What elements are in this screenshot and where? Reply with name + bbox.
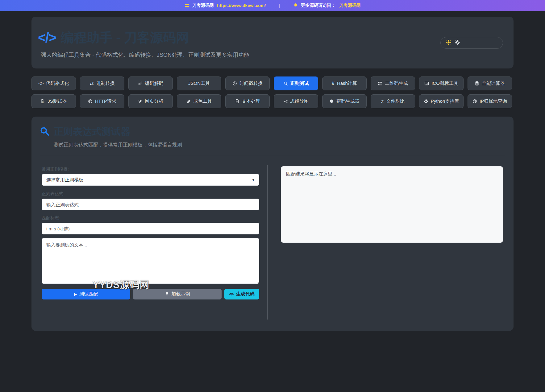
code-icon: </>: [39, 81, 44, 86]
tab-file-compare[interactable]: ≠ 文件对比: [371, 94, 415, 108]
bell-icon: [293, 3, 298, 8]
flags-input[interactable]: [42, 223, 259, 234]
tab-code-format[interactable]: </> 代码格式化: [31, 76, 76, 90]
globe-icon: [472, 99, 477, 104]
calculator-icon: [475, 81, 479, 86]
tab-label: 思维导图: [290, 98, 309, 104]
tab-regex-test[interactable]: 正则测试: [274, 76, 318, 90]
swap-arrows-icon: ⇄: [89, 80, 94, 86]
column-divider: [267, 165, 268, 320]
gear-icon[interactable]: [455, 39, 460, 46]
tab-password-generator[interactable]: 密码生成器: [322, 94, 367, 108]
tab-label: 时间戳转换: [239, 80, 263, 86]
result-placeholder-text: 匹配结果将显示在这里...: [286, 171, 336, 176]
tab-label: 网页分析: [145, 98, 164, 104]
topbar-separator: |: [279, 3, 280, 8]
tab-timestamp-convert[interactable]: 时间戳转换: [225, 76, 270, 90]
tab-base-convert[interactable]: ⇄ 进制转换: [80, 76, 124, 90]
site-name: 刀客源码网: [192, 3, 214, 8]
tab-label: IP归属地查询: [480, 98, 507, 104]
tab-js-tester[interactable]: JS JS测试器: [31, 94, 76, 108]
tab-label: 取色工具: [193, 98, 212, 104]
clock-icon: [232, 81, 237, 86]
code-icon: </>: [229, 292, 233, 296]
bulb-icon: [165, 291, 169, 297]
flags-label: 匹配标志:: [42, 215, 60, 221]
test-match-button[interactable]: ▶ 测试匹配: [42, 289, 130, 299]
tab-hash-calc[interactable]: # Hash计算: [322, 76, 367, 90]
tab-label: Python支持库: [431, 98, 459, 104]
play-icon: ▶: [74, 292, 77, 296]
tab-label: JSON工具: [188, 80, 210, 86]
sun-icon[interactable]: [446, 39, 451, 47]
tab-ico-icon-tools[interactable]: ICO图标工具: [419, 76, 464, 90]
tab-label: 正则测试: [290, 80, 309, 86]
site-url-link[interactable]: https://www.dkewl.com/: [217, 3, 266, 8]
load-example-label: 加载示例: [172, 291, 190, 297]
code-icon: </>: [38, 30, 56, 45]
page-subtitle: 强大的编程工具集合 - 代码格式化、编码转换、JSON处理、正则测试及更多实用功…: [41, 51, 249, 59]
card-icon: [184, 3, 190, 8]
tab-mindmap[interactable]: 思维导图: [274, 94, 318, 108]
tab-ip-lookup[interactable]: IP归属地查询: [468, 94, 512, 108]
template-select-value: 选择常用正则模板: [46, 177, 83, 183]
tab-label: 二维码生成: [385, 80, 408, 86]
test-text-input[interactable]: [42, 238, 259, 284]
generate-code-button[interactable]: </> 生成代码: [224, 289, 259, 299]
js-file-icon: JS: [40, 99, 45, 104]
tab-label: 全能计算器: [482, 80, 505, 86]
tab-label: 文件对比: [386, 98, 405, 104]
tab-webpage-analysis[interactable]: 网页分析: [128, 94, 173, 108]
tab-label: 编码解码: [145, 80, 164, 86]
page-title: 编程助手 - 刀客源码网: [61, 29, 189, 46]
qrcode-icon: [378, 81, 382, 86]
not-equal-icon: ≠: [381, 99, 384, 104]
notice-label: 更多源码请访问：: [301, 3, 335, 8]
tab-label: 密码生成器: [336, 98, 360, 104]
regex-tester-card: 正则表达式测试器 测试正则表达式匹配，提供常用正则模板，包括易语言规则 常用正则…: [31, 117, 514, 331]
load-example-button[interactable]: 加载示例: [133, 289, 222, 299]
tab-text-processing[interactable]: 文本处理: [225, 94, 270, 108]
search-icon: [40, 126, 50, 138]
document-icon: [235, 99, 239, 104]
tab-json-tools[interactable]: JSON工具: [177, 76, 221, 90]
tab-python-library[interactable]: Python支持库: [419, 94, 464, 108]
section-subtitle: 测试正则表达式匹配，提供常用正则模板，包括易语言规则: [54, 142, 182, 148]
shield-icon: [329, 99, 334, 104]
globe-icon: [88, 99, 93, 104]
header-card: </> 编程助手 - 刀客源码网 强大的编程工具集合 - 代码格式化、编码转换、…: [31, 17, 514, 68]
hash-icon: #: [332, 81, 335, 86]
page: 刀客源码网 https://www.dkewl.com/ | 更多源码请访问： …: [0, 0, 545, 392]
tab-calculator[interactable]: 全能计算器: [468, 76, 512, 90]
action-buttons: ▶ 测试匹配 加载示例 </> 生成代码: [42, 289, 259, 299]
tab-label: 进制转换: [96, 80, 115, 86]
pattern-input[interactable]: [42, 199, 259, 210]
search-icon: [283, 81, 288, 86]
tab-encode-decode[interactable]: 编码解码: [128, 76, 173, 90]
notice-link[interactable]: 刀客源码网: [339, 3, 361, 8]
python-icon: [424, 99, 428, 104]
template-select[interactable]: 选择常用正则模板 ▼: [42, 174, 259, 186]
tab-label: 文本处理: [242, 98, 260, 104]
generate-code-label: 生成代码: [236, 291, 255, 297]
theme-toggle[interactable]: [440, 37, 503, 49]
pattern-label: 正则表达式:: [42, 191, 64, 197]
tab-http-request[interactable]: HTTP请求: [80, 94, 124, 108]
svg-text:JS: JS: [42, 101, 44, 103]
image-icon: [424, 81, 429, 86]
chevron-down-icon: ▼: [252, 178, 255, 182]
mindmap-icon: [283, 99, 288, 104]
section-divider: [40, 156, 505, 156]
tab-label: ICO图标工具: [431, 80, 458, 86]
tab-color-picker[interactable]: 取色工具: [177, 94, 221, 108]
result-panel: 匹配结果将显示在这里...: [281, 166, 503, 243]
tab-qrcode-generate[interactable]: 二维码生成: [371, 76, 415, 90]
section-title: 正则表达式测试器: [54, 125, 130, 138]
key-icon: [138, 81, 143, 86]
spider-icon: [138, 99, 143, 104]
tab-label: 代码格式化: [46, 80, 69, 86]
tab-label: HTTP请求: [95, 98, 116, 104]
template-label: 常用正则模板:: [42, 167, 69, 172]
tool-tabs: </> 代码格式化 ⇄ 进制转换 编码解码 JSON工具 时间戳转换: [31, 76, 514, 108]
test-match-label: 测试匹配: [79, 291, 98, 297]
